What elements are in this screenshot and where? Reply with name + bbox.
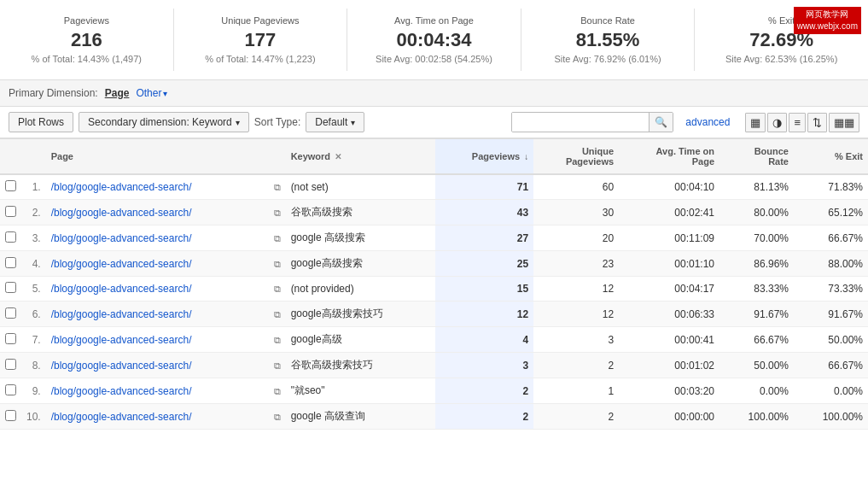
stat-sub-3: Site Avg: 76.92% (6.01%) (530, 54, 686, 64)
row-avg-time-3: 00:01:10 (619, 251, 719, 277)
row-exit-2: 66.67% (794, 225, 868, 251)
row-checkbox-6[interactable] (5, 333, 16, 344)
page-link-4[interactable]: /blog/google-advanced-search/ (51, 283, 192, 295)
stat-value-3: 81.55% (530, 29, 686, 51)
page-link-5[interactable]: /blog/google-advanced-search/ (51, 308, 192, 320)
stat-value-0: 216 (9, 29, 165, 51)
row-keyword-1: 谷歌高级搜索 (286, 200, 436, 225)
copy-icon-1[interactable]: ⧉ (274, 208, 281, 218)
sort-default-arrow: ▾ (351, 118, 355, 127)
toolbar: Plot Rows Secondary dimension: Keyword ▾… (0, 107, 868, 138)
row-avg-time-8: 00:03:20 (619, 378, 719, 404)
page-link-9[interactable]: /blog/google-advanced-search/ (51, 411, 192, 423)
view-icons: ▦ ◑ ≡ ⇅ ▦▦ (745, 113, 859, 132)
th-unique-pv: UniquePageviews (533, 139, 619, 175)
view-icon-grid[interactable]: ▦ (745, 113, 766, 132)
keyword-filter-icon[interactable]: ✕ (335, 152, 341, 161)
sort-default-button[interactable]: Default ▾ (306, 112, 364, 132)
page-link-2[interactable]: /blog/google-advanced-search/ (51, 232, 192, 244)
row-copy-9: ⧉ (267, 404, 286, 430)
search-button[interactable]: 🔍 (649, 113, 673, 132)
view-icon-pivot[interactable]: ▦▦ (829, 113, 859, 132)
row-checkbox-4[interactable] (5, 282, 16, 293)
row-num-8: 9. (21, 378, 46, 404)
row-page-3: /blog/google-advanced-search/ (46, 251, 267, 277)
table-row: 3. /blog/google-advanced-search/ ⧉ googl… (0, 225, 868, 251)
page-link-1[interactable]: /blog/google-advanced-search/ (51, 207, 192, 219)
row-bounce-9: 100.00% (719, 404, 794, 430)
row-page-4: /blog/google-advanced-search/ (46, 277, 267, 302)
page-link-7[interactable]: /blog/google-advanced-search/ (51, 360, 192, 372)
row-checkbox-7[interactable] (5, 359, 16, 370)
secondary-dim-arrow: ▾ (236, 118, 240, 127)
row-pageviews-5: 12 (435, 302, 533, 327)
row-checkbox-2[interactable] (5, 231, 16, 243)
row-avg-time-4: 00:04:17 (619, 277, 719, 302)
row-unique-pv-1: 30 (533, 200, 619, 225)
row-unique-pv-8: 1 (533, 378, 619, 404)
view-icon-compare[interactable]: ⇅ (807, 113, 827, 132)
stat-label-1: Unique Pageviews (183, 15, 339, 26)
row-num-5: 6. (21, 302, 46, 327)
table-row: 9. /blog/google-advanced-search/ ⧉ "就seo… (0, 378, 868, 404)
row-checkbox-1[interactable] (5, 206, 16, 217)
stat-value-2: 00:04:34 (356, 29, 512, 51)
copy-icon-9[interactable]: ⧉ (274, 412, 281, 422)
row-unique-pv-6: 3 (533, 327, 619, 353)
view-icon-pie[interactable]: ◑ (767, 113, 787, 132)
row-num-3: 4. (21, 251, 46, 277)
row-checkbox-9[interactable] (5, 410, 16, 421)
row-keyword-2: google 高级搜索 (286, 225, 436, 251)
row-pageviews-1: 43 (435, 200, 533, 225)
row-unique-pv-0: 60 (533, 174, 619, 200)
row-avg-time-6: 00:00:41 (619, 327, 719, 353)
row-pageviews-8: 2 (435, 378, 533, 404)
page-link-6[interactable]: /blog/google-advanced-search/ (51, 334, 192, 346)
row-checkbox-8[interactable] (5, 384, 16, 395)
copy-icon-5[interactable]: ⧉ (274, 309, 281, 319)
stat-item-0: Pageviews 216 % of Total: 14.43% (1,497) (0, 9, 174, 71)
row-exit-6: 50.00% (794, 327, 868, 353)
copy-icon-3[interactable]: ⧉ (274, 259, 281, 269)
row-keyword-4: (not provided) (286, 277, 436, 302)
row-exit-9: 100.00% (794, 404, 868, 430)
dim-other-label: Other (136, 87, 161, 99)
th-pageviews[interactable]: Pageviews ↓ (435, 139, 533, 175)
row-copy-5: ⧉ (267, 302, 286, 327)
row-avg-time-0: 00:04:10 (619, 174, 719, 200)
copy-icon-2[interactable]: ⧉ (274, 233, 281, 243)
plot-rows-button[interactable]: Plot Rows (9, 112, 73, 132)
search-input[interactable] (512, 113, 649, 132)
row-num-2: 3. (21, 225, 46, 251)
row-bounce-6: 66.67% (719, 327, 794, 353)
row-checkbox-3[interactable] (5, 257, 16, 268)
advanced-link[interactable]: advanced (679, 116, 737, 128)
page-link-3[interactable]: /blog/google-advanced-search/ (51, 258, 192, 270)
page-link-0[interactable]: /blog/google-advanced-search/ (51, 181, 192, 193)
secondary-dimension-button[interactable]: Secondary dimension: Keyword ▾ (79, 112, 249, 132)
row-checkbox-0[interactable] (5, 180, 16, 191)
page-link-8[interactable]: /blog/google-advanced-search/ (51, 385, 192, 397)
row-exit-0: 71.83% (794, 174, 868, 200)
table-row: 1. /blog/google-advanced-search/ ⧉ (not … (0, 174, 868, 200)
row-keyword-5: google高级搜索技巧 (286, 302, 436, 327)
table-row: 7. /blog/google-advanced-search/ ⧉ googl… (0, 327, 868, 353)
row-bounce-3: 86.96% (719, 251, 794, 277)
row-checkbox-5[interactable] (5, 307, 16, 319)
copy-icon-6[interactable]: ⧉ (274, 335, 281, 345)
dim-other-dropdown[interactable]: Other ▾ (136, 87, 167, 99)
row-page-1: /blog/google-advanced-search/ (46, 200, 267, 225)
view-icon-list[interactable]: ≡ (789, 113, 806, 132)
copy-icon-4[interactable]: ⧉ (274, 284, 281, 294)
row-unique-pv-2: 20 (533, 225, 619, 251)
copy-icon-7[interactable]: ⧉ (274, 360, 281, 371)
dim-page-link[interactable]: Page (105, 87, 130, 99)
copy-icon-0[interactable]: ⧉ (274, 182, 281, 192)
copy-icon-8[interactable]: ⧉ (274, 386, 281, 396)
sort-type-label: Sort Type: (254, 116, 300, 128)
primary-dimension-bar: Primary Dimension: Page Other ▾ (0, 80, 868, 107)
stat-label-3: Bounce Rate (530, 15, 686, 26)
row-keyword-8: "就seo" (286, 378, 436, 404)
row-exit-1: 65.12% (794, 200, 868, 225)
row-checkbox-cell-9 (0, 404, 21, 430)
